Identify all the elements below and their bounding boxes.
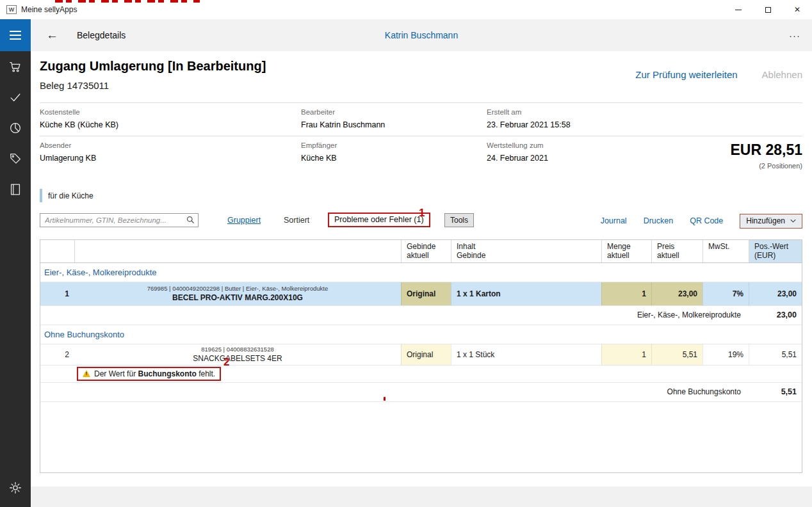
positions-table: Gebinde aktuell Inhalt Gebinde Menge akt…	[40, 239, 802, 473]
th-preis-aktuell[interactable]: Preis aktuell	[651, 240, 702, 262]
cell-preis: 23,00	[651, 282, 702, 305]
table-empty-area	[40, 402, 802, 472]
table-row-2[interactable]: 2 819625 | 04008832631528 SNACKGABELSETS…	[40, 344, 802, 366]
cell-inhalt: 1 x 1 Stück	[451, 344, 601, 365]
clipped-annotation-remnant	[55, 0, 200, 3]
cell-gebinde: Original	[401, 282, 451, 305]
user-link[interactable]: Katrin Buschmann	[31, 30, 812, 40]
cell-preis: 5,51	[651, 344, 702, 365]
field-bearbeiter: Bearbeiter Frau Katrin Buschmann	[301, 108, 487, 129]
table-header-row: Gebinde aktuell Inhalt Gebinde Menge akt…	[40, 240, 802, 263]
search-icon[interactable]	[186, 215, 195, 225]
toolbar-right: Journal Drucken QR Code Hinzufügen	[601, 213, 802, 229]
cell-inhalt: 1 x 1 Karton	[451, 282, 601, 305]
header-bar: Katrin Buschmann ← Belegdetails ···	[31, 19, 812, 51]
table-row-1[interactable]: 1 769985 | 04000492002298 | Butter | Eie…	[40, 282, 802, 306]
field-absender: Absender Umlagerung KB	[40, 141, 301, 175]
th-empty	[40, 240, 74, 262]
th-inhalt-gebinde[interactable]: Inhalt Gebinde	[451, 240, 601, 262]
back-button[interactable]: ←	[46, 28, 58, 42]
cart-icon	[8, 60, 22, 74]
book-icon	[8, 182, 22, 197]
list-toolbar: Gruppiert Sortiert Probleme oder Fehler …	[40, 213, 802, 230]
missing-buchungskonto-warning: Der Wert für Buchungskonto fehlt.	[77, 367, 221, 381]
th-description	[74, 240, 401, 262]
subtotal-row-ohne-buchungskonto: Ohne Buchungskonto 5,51	[40, 383, 802, 402]
field-empfaenger: Empfänger Küche KB	[301, 141, 487, 175]
warning-row: Der Wert für Buchungskonto fehlt. 2	[40, 366, 802, 383]
menu-button[interactable]	[0, 19, 31, 51]
cell-menge: 1	[601, 282, 651, 305]
row-description: 769985 | 04000492002298 | Butter | Eier-…	[74, 282, 401, 305]
footer-bar	[31, 487, 812, 507]
group-header-molkereiprodukte[interactable]: Eier-, Käse-, Molkereiprodukte	[40, 263, 802, 282]
qr-code-link[interactable]: QR Code	[690, 216, 723, 225]
annotation-step-1: 1	[419, 207, 425, 220]
sidebar-item-journal[interactable]	[0, 174, 31, 205]
main-content: Zugang Umlagerung [In Bearbeitung] Beleg…	[31, 51, 812, 487]
window-title: Meine sellyApps	[21, 5, 77, 14]
grouped-toggle[interactable]: Gruppiert	[227, 216, 261, 225]
journal-link[interactable]: Journal	[601, 216, 627, 225]
total-amount: EUR 28,51	[653, 141, 802, 159]
position-count: (2 Positionen)	[653, 162, 802, 170]
th-gebinde-aktuell[interactable]: Gebinde aktuell	[401, 240, 451, 262]
cell-wert: 5,51	[749, 344, 802, 365]
document-header: Zugang Umlagerung [In Bearbeitung] Beleg…	[40, 51, 802, 102]
field-wertstellung: Wertstellung zum 24. Februar 2021	[487, 141, 653, 175]
sidebar-item-reports[interactable]	[0, 113, 31, 143]
th-mwst[interactable]: MwSt.	[702, 240, 749, 262]
search-input[interactable]	[40, 213, 199, 227]
warning-icon	[83, 370, 90, 377]
window-controls: ✕	[724, 0, 812, 19]
more-options-button[interactable]: ···	[789, 30, 800, 41]
cell-mwst: 19%	[702, 344, 749, 365]
print-link[interactable]: Drucken	[644, 216, 674, 225]
sidebar-item-articles[interactable]	[0, 143, 31, 174]
sidebar-item-cart[interactable]	[0, 51, 31, 82]
stray-red-mark	[384, 397, 386, 401]
problems-errors-button[interactable]: Probleme oder Fehler (1)	[328, 213, 430, 227]
cell-mwst: 7%	[702, 282, 749, 305]
page-title: Belegdetails	[77, 30, 126, 40]
annotation-step-2: 2	[223, 356, 229, 369]
checkmark-icon	[8, 90, 22, 104]
minimize-button[interactable]	[724, 0, 753, 19]
th-pos-wert[interactable]: Pos.-Wert (EUR)	[749, 240, 802, 262]
sidebar-item-tasks[interactable]	[0, 82, 31, 113]
row-description: 819625 | 04008832631528 SNACKGABELSETS 4…	[74, 344, 401, 365]
app-icon: W	[6, 5, 17, 14]
sidebar-item-settings[interactable]	[0, 472, 31, 503]
maximize-button[interactable]	[753, 0, 783, 19]
app-window: W Meine sellyApps ✕	[0, 0, 812, 507]
document-note: für die Küche	[40, 189, 802, 202]
add-button[interactable]: Hinzufügen	[740, 214, 802, 229]
sorted-toggle[interactable]: Sortiert	[284, 216, 309, 225]
field-erstellt-am: Erstellt am 23. Februar 2021 15:58	[487, 108, 802, 129]
forward-for-review-link[interactable]: Zur Prüfung weiterleiten	[635, 69, 737, 80]
gear-icon	[8, 481, 22, 495]
titlebar: W Meine sellyApps ✕	[0, 0, 812, 19]
fields-row-1: Kostenstelle Küche KB (Küche KB) Bearbei…	[40, 103, 802, 136]
close-button[interactable]: ✕	[783, 0, 812, 19]
minimize-icon	[735, 10, 742, 10]
cell-gebinde: Original	[401, 344, 451, 365]
th-menge-aktuell[interactable]: Menge aktuell	[601, 240, 651, 262]
group-header-ohne-buchungskonto[interactable]: Ohne Buchungskonto	[40, 325, 802, 344]
pie-chart-icon	[8, 121, 22, 135]
tools-button[interactable]: Tools	[444, 213, 474, 227]
maximize-icon	[765, 7, 771, 13]
document-total: EUR 28,51 (2 Positionen)	[653, 141, 802, 175]
tag-icon	[8, 152, 22, 166]
sidebar	[0, 19, 31, 507]
subtotal-row-molkereiprodukte: Eier-, Käse-, Molkereiprodukte 23,00	[40, 306, 802, 325]
chevron-down-icon	[790, 219, 796, 223]
close-icon: ✕	[794, 5, 800, 14]
cell-wert: 23,00	[749, 282, 802, 305]
field-kostenstelle: Kostenstelle Küche KB (Küche KB)	[40, 108, 301, 129]
cell-menge: 1	[601, 344, 651, 365]
document-actions: Zur Prüfung weiterleiten Ablehnen	[635, 69, 802, 80]
reject-link[interactable]: Ablehnen	[762, 69, 802, 80]
hamburger-icon	[10, 35, 21, 36]
document-number: Beleg 14735011	[40, 80, 802, 91]
